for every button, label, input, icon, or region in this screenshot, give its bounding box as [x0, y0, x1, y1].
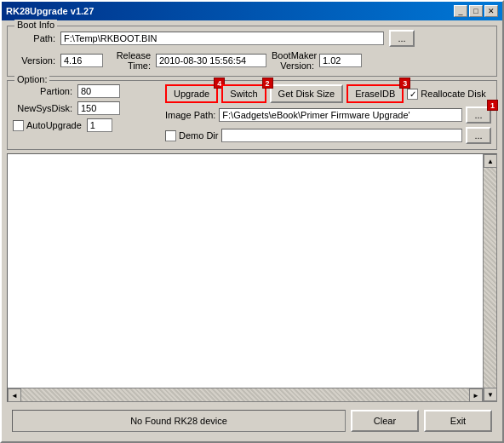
boot-info-label: Boot Info: [14, 20, 57, 30]
path-browse-button[interactable]: ...: [389, 30, 415, 47]
exit-button[interactable]: Exit: [424, 410, 492, 432]
image-browse-wrapper: ... 1: [466, 106, 491, 124]
upgrade-button[interactable]: Upgrade: [165, 84, 218, 103]
version-label: Version:: [13, 55, 55, 66]
demo-dir-check-box[interactable]: [165, 130, 176, 141]
close-button[interactable]: ✕: [484, 5, 498, 17]
scrollbar-h-inner: ◄ ►: [8, 388, 483, 401]
path-input[interactable]: [60, 32, 384, 45]
autoupgrade-check-box[interactable]: [13, 120, 24, 131]
scroll-v-track[interactable]: [484, 168, 496, 388]
badge-3: 3: [399, 78, 410, 89]
partion-input[interactable]: [77, 84, 120, 98]
demo-dir-row: Demo Dir ...: [165, 127, 491, 144]
upgrade-btn-wrapper: Upgrade 4: [165, 84, 218, 103]
option-group: Option: Partion: NewSysDisk:: [7, 80, 497, 150]
title-bar: RK28Upgrade v1.27 _ □ ✕: [2, 2, 502, 20]
reallocate-checkbox[interactable]: ✓ Reallocate Disk: [407, 89, 485, 100]
reallocate-label: Reallocate Disk: [421, 89, 485, 99]
reallocate-check-box[interactable]: ✓: [407, 89, 418, 100]
minimize-button[interactable]: _: [454, 5, 467, 17]
scroll-h-track[interactable]: [21, 388, 469, 401]
scroll-up-button[interactable]: ▲: [484, 154, 497, 168]
erase-btn-wrapper: EraseIDB 3: [346, 84, 404, 103]
demo-dir-input[interactable]: [221, 129, 462, 142]
autoupgrade-row: AutoUpgrade: [13, 118, 162, 132]
image-path-row: Image Path: ... 1: [165, 106, 491, 124]
image-path-input[interactable]: [219, 108, 462, 122]
horizontal-scrollbar[interactable]: ◄ ►: [8, 388, 483, 401]
switch-btn-wrapper: Switch 2: [221, 84, 266, 103]
release-input[interactable]: [156, 54, 266, 67]
option-layout: Partion: NewSysDisk: AutoUpgrade: [13, 84, 491, 144]
window-title: RK28Upgrade v1.27: [6, 6, 94, 16]
scroll-left-button[interactable]: ◄: [8, 388, 21, 402]
version-input[interactable]: [60, 54, 103, 67]
scroll-right-button[interactable]: ►: [469, 388, 483, 402]
release-label: Release Time:: [108, 50, 151, 71]
path-label: Path:: [13, 33, 55, 43]
main-window: RK28Upgrade v1.27 _ □ ✕ Boot Info Path: …: [0, 0, 504, 443]
status-bar: No Found RK28 device Clear Exit: [7, 406, 497, 436]
boot-info-group: Boot Info Path: ... Version: Release Tim…: [7, 26, 497, 77]
demo-dir-checkbox[interactable]: Demo Dir: [165, 130, 218, 141]
newsysdisk-label: NewSysDisk:: [13, 103, 72, 113]
switch-button[interactable]: Switch: [221, 84, 266, 103]
option-label: Option:: [14, 74, 49, 84]
clear-button[interactable]: Clear: [351, 410, 419, 432]
autoupgrade-checkbox[interactable]: AutoUpgrade: [13, 120, 82, 131]
image-path-label: Image Path:: [165, 110, 215, 120]
option-left: Partion: NewSysDisk: AutoUpgrade: [13, 84, 162, 144]
get-disk-size-button[interactable]: Get Disk Size: [270, 84, 344, 103]
bootmaker-input[interactable]: [319, 54, 362, 67]
autoupgrade-input[interactable]: [87, 118, 112, 132]
log-area: ▲ ▼ ◄ ►: [7, 153, 497, 402]
autoupgrade-label: AutoUpgrade: [26, 120, 82, 130]
newsysdisk-row: NewSysDisk:: [13, 101, 162, 115]
version-row: Version: Release Time: BootMaker Version…: [13, 50, 491, 71]
demo-dir-label: Demo Dir: [179, 130, 218, 141]
demo-browse-button[interactable]: ...: [466, 127, 491, 144]
partion-row: Partion:: [13, 84, 162, 98]
option-right: Upgrade 4 Switch 2 Get Disk Size EraseID…: [165, 84, 491, 144]
partion-label: Partion:: [13, 86, 72, 96]
action-row: Upgrade 4 Switch 2 Get Disk Size EraseID…: [165, 84, 491, 103]
status-message: No Found RK28 device: [12, 410, 346, 432]
badge-2: 2: [262, 78, 273, 89]
window-controls: _ □ ✕: [454, 5, 498, 17]
erase-idb-button[interactable]: EraseIDB: [346, 84, 404, 103]
newsysdisk-input[interactable]: [77, 101, 120, 115]
scrollbar-v-inner: ▲ ▼: [484, 154, 496, 401]
vertical-scrollbar[interactable]: ▲ ▼: [483, 154, 496, 401]
badge-1: 1: [487, 100, 498, 111]
scroll-down-button[interactable]: ▼: [484, 388, 497, 401]
path-row: Path: ...: [13, 30, 491, 47]
window-content: Boot Info Path: ... Version: Release Tim…: [2, 20, 502, 441]
maximize-button[interactable]: □: [469, 5, 483, 17]
bootmaker-label: BootMaker Version:: [272, 50, 314, 71]
